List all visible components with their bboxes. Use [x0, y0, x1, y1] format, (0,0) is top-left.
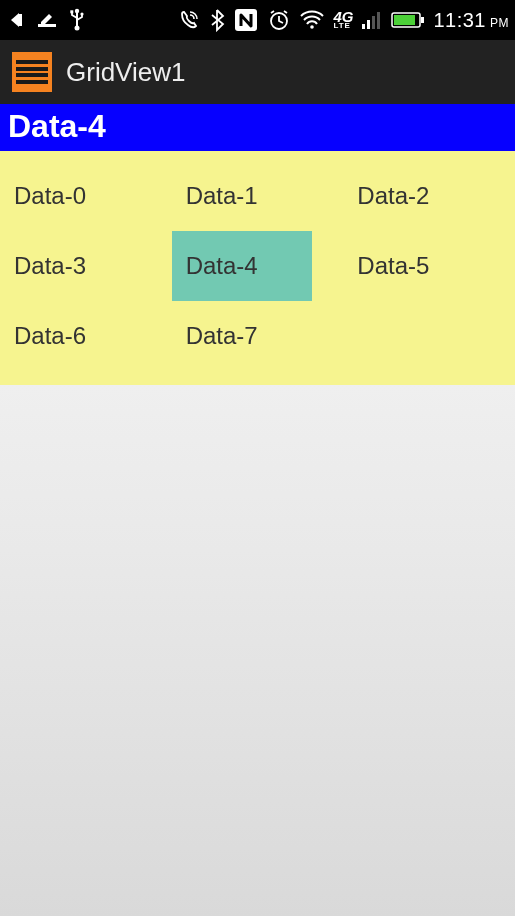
app-icon[interactable]	[12, 52, 52, 92]
svg-rect-15	[377, 12, 380, 29]
svg-rect-1	[18, 14, 22, 26]
bluetooth-icon	[209, 8, 225, 32]
status-time-value: 11:31	[433, 9, 486, 32]
alarm-icon	[267, 8, 291, 32]
grid-cell-7[interactable]: Data-7	[172, 301, 344, 371]
svg-rect-13	[367, 20, 370, 29]
status-time-ampm: PM	[490, 16, 509, 30]
status-bar: 4GLTE 11:31 PM	[0, 0, 515, 40]
app-title: GridView1	[66, 57, 185, 88]
wifi-icon	[299, 10, 325, 30]
grid: Data-0 Data-1 Data-2 Data-3 Data-4 Data-…	[0, 161, 515, 371]
network-4g-icon: 4GLTE	[333, 11, 353, 29]
grid-cell-3[interactable]: Data-3	[0, 231, 172, 301]
status-left	[6, 8, 86, 32]
svg-rect-14	[372, 16, 375, 29]
svg-point-8	[80, 12, 83, 15]
svg-rect-2	[38, 24, 56, 27]
svg-point-6	[75, 26, 80, 31]
back-icon	[6, 10, 26, 30]
grid-cell-2[interactable]: Data-2	[343, 161, 515, 231]
action-bar: GridView1	[0, 40, 515, 104]
grid-cell-1[interactable]: Data-1	[172, 161, 344, 231]
nfc-icon	[233, 7, 259, 33]
grid-cell-0[interactable]: Data-0	[0, 161, 172, 231]
svg-rect-7	[70, 10, 73, 13]
svg-marker-0	[11, 13, 19, 27]
status-time: 11:31 PM	[433, 9, 509, 32]
svg-marker-3	[41, 14, 52, 25]
call-icon	[177, 8, 201, 32]
signal-icon	[361, 10, 383, 30]
battery-icon	[391, 11, 425, 29]
svg-rect-17	[394, 15, 415, 25]
grid-cell-4[interactable]: Data-4	[172, 231, 344, 301]
grid-container: Data-0 Data-1 Data-2 Data-3 Data-4 Data-…	[0, 151, 515, 385]
grid-cell-5[interactable]: Data-5	[343, 231, 515, 301]
selected-header: Data-4	[0, 104, 515, 151]
grid-cell-6[interactable]: Data-6	[0, 301, 172, 371]
svg-rect-18	[421, 17, 424, 23]
svg-rect-12	[362, 24, 365, 29]
usb-icon	[68, 8, 86, 32]
status-right: 4GLTE 11:31 PM	[177, 7, 509, 33]
svg-point-11	[311, 25, 315, 29]
edit-icon	[36, 9, 58, 31]
